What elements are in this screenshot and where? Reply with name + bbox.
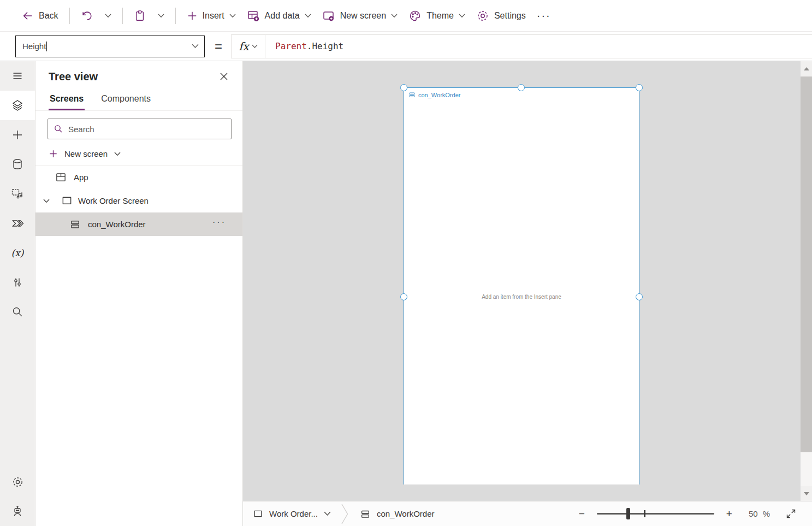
canvas-vertical-scrollbar[interactable] — [801, 61, 812, 501]
more-actions-button[interactable]: ··· — [212, 217, 226, 227]
rail-advanced-tools-button[interactable] — [0, 268, 35, 297]
zoom-unit: % — [763, 509, 770, 518]
resize-handle-middle-right[interactable] — [636, 293, 643, 300]
resize-handle-top-right[interactable] — [636, 84, 643, 91]
rail-virtual-agent-button[interactable] — [0, 497, 35, 526]
scrollbar-thumb[interactable] — [801, 76, 812, 452]
tree-item-app[interactable]: App — [35, 166, 242, 189]
toolbar-separator — [69, 8, 70, 24]
chevron-down-icon — [192, 44, 199, 49]
palette-icon — [408, 9, 422, 22]
search-icon — [54, 124, 63, 134]
zoom-slider[interactable] — [597, 513, 714, 515]
search-input[interactable] — [68, 125, 226, 134]
back-button[interactable]: Back — [16, 7, 64, 25]
breadcrumb-con-workorder[interactable]: con_WorkOrder — [352, 509, 442, 519]
text-caret — [46, 42, 47, 51]
bottom-status-bar: Work Order... con_WorkOrder − — [243, 501, 812, 526]
plus-icon — [187, 10, 198, 21]
scroll-down-button[interactable] — [801, 486, 812, 501]
robot-icon — [11, 505, 24, 518]
rail-settings-button[interactable] — [0, 467, 35, 497]
add-data-label: Add data — [265, 11, 300, 21]
tree-item-work-order-screen[interactable]: Work Order Screen — [35, 189, 242, 212]
rail-insert-button[interactable] — [0, 120, 35, 150]
tree-view-header: Tree view — [35, 61, 242, 87]
zoom-out-button[interactable]: − — [574, 507, 589, 520]
formula-input[interactable]: Parent.Height — [265, 35, 343, 58]
rail-media-button[interactable] — [0, 179, 35, 209]
close-icon[interactable] — [217, 70, 230, 83]
paste-button[interactable] — [128, 7, 151, 25]
empty-container-hint: Add an item from the Insert pane — [404, 294, 639, 300]
insert-menu-button[interactable]: Insert — [181, 7, 241, 25]
paste-dropdown-button[interactable] — [152, 10, 170, 21]
undo-button[interactable] — [75, 7, 98, 25]
more-commands-button[interactable]: ··· — [531, 9, 556, 22]
main-area: (x) — [0, 61, 812, 526]
zoom-in-button[interactable]: + — [722, 507, 737, 520]
fx-dropdown-button[interactable]: fx — [232, 35, 265, 58]
rail-menu-button[interactable] — [0, 61, 35, 91]
breadcrumb-control-label: con_WorkOrder — [377, 509, 435, 518]
rail-power-automate-button[interactable] — [0, 209, 35, 238]
media-icon — [11, 187, 24, 200]
container-icon — [408, 91, 416, 98]
rail-tree-view-button[interactable] — [0, 91, 35, 120]
equals-sign: = — [215, 39, 222, 54]
design-canvas[interactable]: con_WorkOrder Add an item from the Inser… — [243, 61, 812, 501]
screen-selector-label: Work Order... — [269, 509, 318, 518]
left-rail: (x) — [0, 61, 35, 526]
con-workorder-container[interactable]: con_WorkOrder Add an item from the Inser… — [404, 87, 639, 484]
layers-icon — [11, 99, 24, 112]
new-screen-menu-button[interactable]: New screen — [317, 6, 403, 26]
insert-label: Insert — [203, 11, 224, 21]
container-selection-label: con_WorkOrder — [408, 91, 460, 98]
tab-components[interactable]: Components — [100, 91, 152, 110]
tree-item-label: con_WorkOrder — [88, 220, 146, 229]
toolbar-separator — [122, 8, 123, 24]
resize-handle-top-center[interactable] — [518, 84, 525, 91]
chevron-down-icon — [324, 511, 331, 516]
theme-menu-button[interactable]: Theme — [403, 6, 471, 26]
undo-dropdown-button[interactable] — [99, 10, 117, 21]
power-automate-icon — [11, 217, 24, 230]
fit-to-window-button[interactable] — [784, 507, 798, 521]
zoom-slider-thumb[interactable] — [626, 508, 630, 519]
chevron-down-icon — [43, 199, 51, 203]
rail-data-button[interactable] — [0, 150, 35, 179]
new-screen-icon — [322, 9, 335, 22]
property-value: Height — [22, 42, 46, 51]
resize-handle-middle-left[interactable] — [400, 293, 407, 300]
resize-handle-top-left[interactable] — [400, 84, 407, 91]
search-icon — [11, 306, 23, 318]
screen-selector-dropdown[interactable]: Work Order... — [243, 501, 340, 526]
hamburger-menu-icon — [11, 70, 23, 82]
zoom-controls: − + 50 % — [574, 507, 812, 521]
chevron-down-icon — [252, 44, 258, 49]
gear-icon — [476, 9, 489, 22]
plus-icon — [11, 129, 23, 141]
tree-item-label: App — [74, 173, 88, 182]
sliders-icon — [11, 276, 23, 288]
app-icon — [55, 172, 67, 183]
gear-icon — [11, 476, 24, 488]
power-apps-studio: Back Insert — [0, 0, 812, 526]
screen-icon — [253, 509, 263, 519]
add-data-menu-button[interactable]: Add data — [241, 6, 317, 26]
variables-icon: (x) — [11, 247, 24, 258]
chevron-down-icon — [305, 14, 311, 18]
formula-bar: Height = fx Parent.Height — [0, 32, 812, 61]
rail-search-button[interactable] — [0, 297, 35, 327]
tree-item-con-workorder[interactable]: con_WorkOrder ··· — [35, 212, 242, 236]
theme-label: Theme — [426, 11, 454, 21]
tree-view-tabs: Screens Components — [35, 87, 242, 111]
rail-variables-button[interactable]: (x) — [0, 238, 35, 268]
back-label: Back — [39, 11, 58, 21]
settings-button[interactable]: Settings — [471, 6, 531, 26]
scroll-up-button[interactable] — [801, 61, 812, 76]
plus-icon — [49, 149, 58, 158]
tab-screens[interactable]: Screens — [49, 91, 85, 110]
new-screen-button[interactable]: New screen — [35, 145, 242, 166]
property-selector[interactable]: Height — [15, 36, 205, 57]
